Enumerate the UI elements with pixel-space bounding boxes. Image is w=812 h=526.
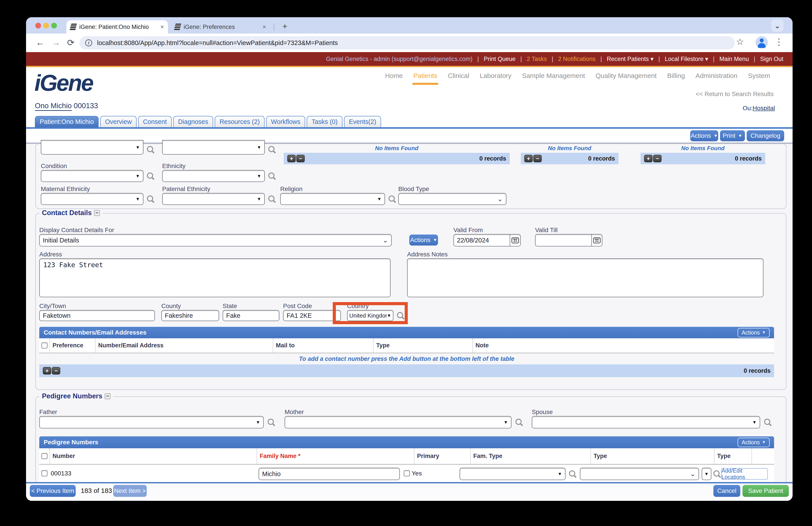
search-icon[interactable] [515, 418, 523, 426]
window-zoom-button[interactable] [51, 23, 57, 28]
search-icon[interactable] [568, 470, 577, 478]
valid-till-input[interactable]: 31 [535, 234, 603, 246]
tasks-link[interactable]: 2 Tasks [527, 56, 547, 62]
state-input[interactable] [223, 310, 279, 321]
blood-type-select[interactable]: ⌄ [398, 193, 506, 205]
tab-close-icon[interactable]: × [155, 24, 164, 30]
remove-icon[interactable]: − [296, 155, 305, 162]
father-dropdown[interactable]: ▼ [39, 416, 264, 428]
ou-hospital-link[interactable]: Hospital [753, 105, 775, 112]
remove-icon[interactable]: − [653, 155, 662, 162]
add-icon[interactable]: + [43, 367, 51, 374]
previous-item-button[interactable]: < Previous Item [30, 485, 76, 497]
address-textarea[interactable]: 123 Fake Street [39, 258, 391, 297]
select-all-checkbox[interactable] [42, 453, 47, 459]
tab-workflows[interactable]: Workflows [266, 116, 305, 127]
add-icon[interactable]: + [644, 155, 652, 162]
search-icon[interactable] [267, 172, 276, 180]
tab-events[interactable]: Events(2) [344, 116, 381, 127]
save-patient-button[interactable]: Save Patient [742, 485, 789, 497]
tab-diagnoses[interactable]: Diagnoses [173, 116, 213, 127]
actions-button[interactable]: Actions▼ [690, 130, 718, 141]
postcode-input[interactable] [283, 310, 341, 321]
tab-overview[interactable]: Overview [100, 116, 136, 127]
sign-out-link[interactable]: Sign Out [760, 56, 783, 62]
search-icon[interactable] [267, 195, 276, 203]
notifications-link[interactable]: 2 Notifications [558, 56, 596, 62]
search-icon[interactable] [267, 145, 276, 154]
new-tab-button[interactable]: + [279, 20, 291, 32]
collapse-icon[interactable]: − [94, 210, 100, 216]
select-all-checkbox[interactable] [42, 342, 47, 349]
row-checkbox[interactable] [42, 470, 47, 476]
ethnicity-dropdown[interactable]: ▼ [162, 170, 265, 182]
tab-close-icon[interactable]: × [257, 24, 266, 30]
table-actions-button[interactable]: Actions▼ [738, 328, 770, 338]
tab-patient[interactable]: Patient:Ono Michio [35, 116, 99, 127]
nav-home[interactable]: Home [385, 72, 403, 80]
search-icon[interactable] [146, 145, 155, 154]
mother-dropdown[interactable]: ▼ [285, 416, 511, 428]
add-icon[interactable]: + [287, 155, 296, 162]
nav-administration[interactable]: Administration [696, 72, 737, 80]
forward-icon[interactable]: → [52, 38, 60, 47]
remove-icon[interactable]: − [533, 155, 542, 162]
county-input[interactable] [161, 310, 219, 321]
url-field[interactable]: i localhost:8080/App/App.html?locale=nul… [79, 36, 735, 49]
fam-type-dropdown[interactable]: ▼ [460, 468, 566, 480]
recent-patients-menu[interactable]: Recent Patients ▾ [607, 55, 654, 62]
nav-sample-management[interactable]: Sample Management [522, 72, 585, 80]
tab-search-menu-icon[interactable]: ⌄ [771, 19, 784, 32]
family-name-input[interactable] [259, 468, 400, 480]
window-minimize-button[interactable] [43, 23, 49, 28]
nav-clinical[interactable]: Clinical [448, 72, 469, 80]
window-close-button[interactable] [35, 23, 41, 28]
browser-menu-icon[interactable]: ⋮ [774, 37, 783, 47]
search-icon[interactable] [146, 195, 155, 203]
contact-actions-button[interactable]: Actions▼ [409, 234, 438, 245]
browser-tab-preferences[interactable]: iGene: Preferences × [171, 20, 270, 33]
tab-resources[interactable]: Resources (2) [215, 116, 264, 127]
city-input[interactable] [39, 310, 155, 321]
table-actions-button[interactable]: Actions▼ [738, 438, 770, 447]
nav-laboratory[interactable]: Laboratory [480, 72, 511, 80]
print-button[interactable]: Print▼ [720, 130, 745, 141]
calendar-icon[interactable]: 31 [591, 234, 602, 246]
remove-icon[interactable]: − [52, 367, 60, 374]
condition-dropdown[interactable]: ▼ [41, 170, 143, 182]
reload-icon[interactable]: ⟳ [67, 38, 75, 48]
local-filestore-menu[interactable]: Local Filestore ▾ [665, 55, 708, 62]
calendar-icon[interactable]: 31 [510, 234, 520, 246]
back-icon[interactable]: ← [36, 38, 45, 47]
patient-name-link[interactable]: Ono Michio [35, 102, 72, 111]
print-queue-link[interactable]: Print Queue [484, 56, 516, 62]
demographic-dropdown-1[interactable]: ▼ [41, 140, 143, 155]
search-icon[interactable] [146, 172, 155, 180]
spouse-dropdown[interactable]: ▼ [532, 416, 760, 428]
search-icon[interactable] [764, 418, 772, 426]
nav-patients[interactable]: Patients [413, 72, 437, 80]
search-icon[interactable] [267, 418, 275, 426]
type-select[interactable]: ⌄ [580, 468, 699, 480]
maternal-ethnicity-dropdown[interactable]: ▼ [41, 193, 143, 205]
type2-dropdown[interactable]: ▼ [702, 468, 711, 480]
bookmark-star-icon[interactable]: ☆ [736, 37, 744, 47]
display-contact-for-select[interactable]: Initial Details ⌄ [39, 234, 392, 246]
changelog-button[interactable]: Changelog [747, 130, 784, 141]
collapse-icon[interactable]: − [105, 393, 111, 399]
add-edit-locations-button[interactable]: Add/Edit Locations [721, 468, 768, 480]
address-notes-textarea[interactable] [407, 258, 764, 297]
add-icon[interactable]: + [524, 155, 533, 162]
next-item-button[interactable]: Next Item > [113, 485, 147, 497]
religion-dropdown[interactable]: ▼ [280, 193, 385, 205]
search-icon[interactable] [713, 470, 721, 478]
paternal-ethnicity-dropdown[interactable]: ▼ [162, 193, 265, 205]
profile-avatar[interactable] [755, 36, 768, 48]
search-icon[interactable] [388, 195, 396, 203]
nav-billing[interactable]: Billing [667, 72, 685, 80]
demographic-dropdown-2[interactable]: ▼ [162, 140, 265, 155]
nav-quality-management[interactable]: Quality Management [596, 72, 657, 80]
nav-system[interactable]: System [748, 72, 770, 80]
browser-tab-patient[interactable]: iGene: Patient:Ono Michio × [67, 20, 168, 33]
tab-tasks[interactable]: Tasks (0) [307, 116, 343, 127]
